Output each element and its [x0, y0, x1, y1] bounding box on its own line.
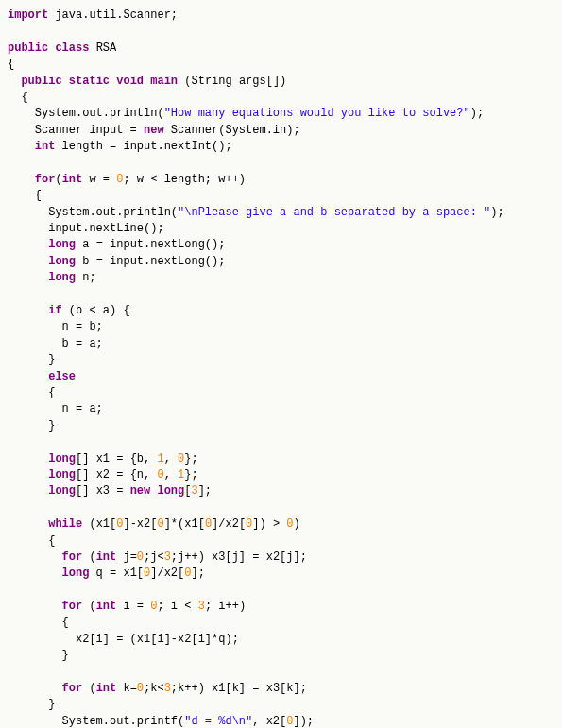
kw-for: for: [62, 682, 83, 695]
num: 3: [164, 550, 171, 564]
kw-int: int: [96, 550, 117, 564]
num: 0: [144, 567, 150, 580]
num: 3: [191, 484, 197, 498]
kw-long: long: [48, 468, 76, 482]
kw-long: long: [48, 271, 76, 284]
txt: java.util.Scanner;: [48, 8, 178, 22]
num: 0: [116, 173, 123, 186]
kw-long: long: [48, 452, 76, 466]
num: 0: [137, 550, 144, 564]
kw-class: class: [55, 42, 89, 55]
kw-new: new: [144, 124, 164, 137]
num: 0: [286, 517, 293, 531]
num: 1: [178, 468, 184, 482]
num: 0: [184, 567, 191, 580]
num: 0: [157, 468, 163, 482]
num: 0: [137, 682, 144, 695]
num: 0: [246, 517, 252, 531]
param: args: [239, 75, 266, 88]
kw-int: int: [96, 682, 117, 695]
kw-for: for: [62, 550, 83, 564]
num: 0: [116, 517, 123, 531]
kw-static: static: [69, 75, 110, 88]
kw-int: int: [62, 173, 83, 186]
string: "\nPlease give a and b separated by a sp…: [178, 206, 490, 219]
string: "d = %d\n": [184, 715, 252, 728]
kw-main: main: [150, 75, 178, 88]
code-block: import java.util.Scanner; public class R…: [8, 8, 554, 728]
kw-void: void: [116, 75, 144, 88]
kw-while: while: [48, 517, 82, 531]
kw-for: for: [35, 173, 56, 186]
num: 0: [178, 452, 184, 466]
num: 0: [205, 517, 212, 531]
kw-long: long: [48, 484, 76, 498]
kw-long: long: [48, 238, 76, 251]
num: 0: [157, 517, 163, 531]
num: 0: [286, 715, 293, 728]
kw-long: long: [48, 255, 76, 268]
kw-new: new: [130, 484, 151, 498]
kw-long: long: [62, 567, 90, 580]
kw-import: import: [8, 8, 48, 22]
kw-public: public: [21, 75, 61, 88]
num: 3: [198, 600, 205, 613]
num: 3: [164, 682, 171, 695]
kw-int: int: [35, 140, 56, 153]
class-name: RSA: [96, 42, 117, 55]
kw-else: else: [48, 370, 76, 383]
kw-int: int: [96, 600, 117, 613]
kw-long: long: [157, 484, 184, 498]
kw-public: public: [8, 42, 48, 55]
string: "How many equations would you like to so…: [164, 107, 470, 120]
type: String: [191, 75, 231, 88]
kw-if: if: [48, 304, 61, 317]
num: 1: [157, 452, 163, 466]
num: 0: [150, 600, 157, 613]
kw-for: for: [62, 600, 83, 613]
